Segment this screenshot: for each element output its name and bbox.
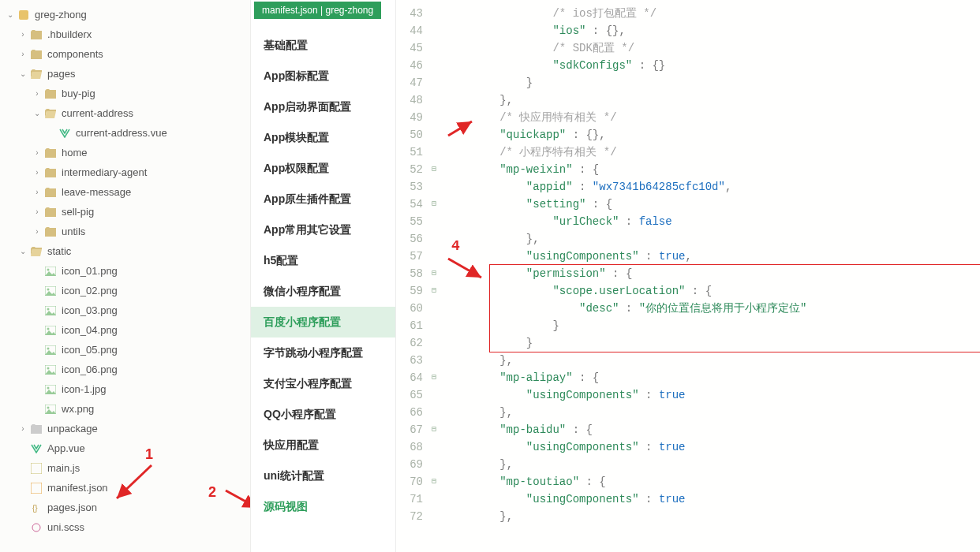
svg-point-14	[47, 386, 50, 389]
nav-mp-weixin[interactable]: 微信小程序配置	[251, 276, 395, 307]
code-line[interactable]: "appid" : "wx7341b64285cfc10d",	[447, 178, 980, 196]
tree-folder[interactable]: › buy-pig	[0, 84, 250, 103]
nav-app-module[interactable]: App模块配置	[251, 122, 395, 153]
code-line[interactable]: "usingComponents" : true,	[447, 248, 980, 265]
code-line[interactable]: },	[447, 508, 980, 525]
tree-folder-current-address[interactable]: ⌄ current-address	[0, 103, 250, 123]
code-content[interactable]: 4 /* ios打包配置 */ "ios" : {}, /* SDK配置 */ …	[440, 0, 980, 552]
code-line[interactable]: }	[447, 317, 980, 334]
code-line[interactable]: },	[447, 456, 980, 473]
chevron-down-icon: ⌄	[32, 108, 43, 119]
code-line[interactable]: "desc" : "你的位置信息将用于小程序定位"	[447, 300, 980, 317]
chevron-down-icon: ⌄	[5, 9, 16, 21]
code-line[interactable]: "mp-toutiao" : {	[447, 473, 980, 490]
nav-app-other[interactable]: App常用其它设置	[251, 214, 395, 245]
code-line[interactable]: },	[447, 91, 980, 109]
image-file-icon	[44, 364, 57, 376]
tree-file-image[interactable]: icon_06.png	[0, 360, 250, 379]
tree-folder[interactable]: › .hbuilderx	[0, 24, 250, 44]
tree-folder-pages[interactable]: ⌄ pages	[0, 64, 250, 84]
code-line[interactable]: "mp-weixin" : {	[447, 161, 980, 178]
tree-file-manifest[interactable]: manifest.json	[0, 478, 250, 498]
folder-icon	[44, 186, 57, 199]
code-line[interactable]: "ios" : {},	[447, 22, 980, 39]
code-editor[interactable]: 4344454647484950515253545556575859606162…	[396, 0, 980, 552]
code-line[interactable]: "usingComponents" : true	[447, 438, 980, 456]
svg-rect-17	[31, 463, 42, 474]
image-file-icon	[44, 324, 57, 337]
nav-h5[interactable]: h5配置	[251, 245, 395, 276]
folder-icon	[30, 28, 43, 41]
tree-folder[interactable]: › untils	[0, 222, 250, 241]
tree-file-image[interactable]: icon-1.jpg	[0, 379, 250, 399]
tree-root[interactable]: ⌄ greg-zhong	[0, 5, 250, 24]
code-line[interactable]: /* SDK配置 */	[447, 39, 980, 57]
code-line[interactable]: "quickapp" : {},	[447, 126, 980, 144]
tree-file-uniscss[interactable]: uni.scss	[0, 517, 250, 537]
folder-icon	[30, 48, 43, 61]
nav-source-view[interactable]: 源码视图	[251, 491, 395, 522]
tree-file-image[interactable]: icon_03.png	[0, 300, 250, 320]
svg-point-10	[47, 347, 50, 349]
tree-file-image[interactable]: icon_01.png	[0, 261, 250, 281]
code-line[interactable]: }	[447, 74, 980, 91]
nav-mp-toutiao[interactable]: 字节跳动小程序配置	[251, 338, 395, 368]
tree-folder[interactable]: › components	[0, 44, 250, 64]
code-line[interactable]: },	[447, 404, 980, 421]
file-explorer[interactable]: ⌄ greg-zhong › .hbuilderx › components ⌄…	[0, 0, 251, 552]
folder-open-icon	[30, 245, 43, 258]
nav-app-perm[interactable]: App权限配置	[251, 153, 395, 184]
folder-icon	[44, 226, 57, 238]
folder-open-icon	[30, 68, 43, 80]
chevron-right-icon: ›	[32, 147, 43, 159]
code-line[interactable]: }	[447, 334, 980, 352]
code-line[interactable]: "setting" : {	[447, 196, 980, 213]
nav-app-native[interactable]: App原生插件配置	[251, 184, 395, 214]
code-line[interactable]: "scope.userLocation" : {	[447, 282, 980, 300]
tree-file-image[interactable]: icon_02.png	[0, 281, 250, 300]
code-line[interactable]: /* ios打包配置 */	[447, 5, 980, 22]
line-number-gutter: 4344454647484950515253545556575859606162…	[396, 0, 428, 552]
tree-folder[interactable]: › leave-message	[0, 182, 250, 202]
tree-folder[interactable]: › sell-pig	[0, 202, 250, 222]
image-file-icon	[44, 344, 57, 356]
tree-file-pagesjson[interactable]: {}pages.json	[0, 498, 250, 517]
vue-file-icon	[58, 127, 71, 140]
code-line[interactable]: "permission" : {	[447, 265, 980, 282]
tree-file-mainjs[interactable]: main.js	[0, 458, 250, 478]
nav-mp-alipay[interactable]: 支付宝小程序配置	[251, 368, 395, 399]
config-nav-list: 基础配置 App图标配置 App启动界面配置 App模块配置 App权限配置 A…	[251, 0, 395, 522]
nav-mp-baidu[interactable]: 百度小程序配置	[251, 307, 395, 338]
code-line[interactable]: "usingComponents" : true	[447, 386, 980, 404]
tree-folder[interactable]: › intermediary-agent	[0, 162, 250, 182]
nav-mp-qq[interactable]: QQ小程序配置	[251, 399, 395, 430]
svg-rect-18	[31, 483, 42, 494]
tree-file-vue[interactable]: current-address.vue	[0, 123, 250, 143]
nav-uni-stat[interactable]: uni统计配置	[251, 461, 395, 491]
nav-app-launch[interactable]: App启动界面配置	[251, 91, 395, 122]
code-line[interactable]: /* 快应用特有相关 */	[447, 109, 980, 126]
chevron-right-icon: ›	[17, 423, 28, 435]
tree-folder-static[interactable]: ⌄ static	[0, 241, 250, 261]
code-line[interactable]: "usingComponents" : true	[447, 490, 980, 508]
tree-file-image[interactable]: icon_04.png	[0, 320, 250, 340]
tree-file-image[interactable]: wx.png	[0, 399, 250, 419]
nav-app-icon[interactable]: App图标配置	[251, 61, 395, 91]
code-line[interactable]: "sdkConfigs" : {}	[447, 57, 980, 74]
tree-folder[interactable]: › unpackage	[0, 419, 250, 438]
code-line[interactable]: "mp-baidu" : {	[447, 421, 980, 438]
tree-file-appvue[interactable]: App.vue	[0, 438, 250, 458]
code-line[interactable]: },	[447, 230, 980, 248]
code-line[interactable]: "urlCheck" : false	[447, 213, 980, 230]
code-line[interactable]: "mp-alipay" : {	[447, 369, 980, 386]
tree-file-image[interactable]: icon_05.png	[0, 340, 250, 360]
editor-tab[interactable]: manifest.json | greg-zhong	[254, 2, 381, 19]
tree-folder[interactable]: › home	[0, 143, 250, 162]
scss-file-icon	[30, 521, 43, 534]
nav-quickapp[interactable]: 快应用配置	[251, 430, 395, 461]
nav-basic[interactable]: 基础配置	[251, 30, 395, 61]
chevron-down-icon: ⌄	[17, 246, 28, 257]
image-file-icon	[44, 304, 57, 317]
code-line[interactable]: },	[447, 352, 980, 369]
code-line[interactable]: /* 小程序特有相关 */	[447, 144, 980, 161]
